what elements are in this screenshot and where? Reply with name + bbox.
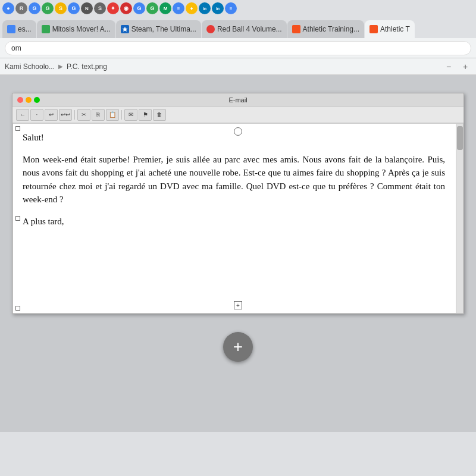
tab-athletic2[interactable]: Athletic T [365, 20, 415, 38]
toolbar-replyall[interactable]: ↩↩ [59, 109, 72, 121]
tab-favicon-steam [121, 25, 129, 33]
linkedin-icon-2[interactable]: in [212, 2, 224, 14]
plus-button[interactable]: + [459, 61, 471, 73]
email-scrollbar[interactable] [456, 124, 463, 313]
tab-redball[interactable]: Red Ball 4 Volume... [202, 20, 287, 38]
address-bar[interactable]: om [5, 41, 471, 55]
tab-es[interactable]: es... [2, 20, 36, 38]
linkedin-icon-1[interactable]: in [199, 2, 211, 14]
flag-icon[interactable]: ✦ [107, 2, 119, 14]
google-icon-4[interactable]: G [133, 2, 145, 14]
handle-top-left [15, 126, 20, 131]
handle-mid-left [15, 216, 20, 221]
toolbar-sep-1 [74, 110, 75, 120]
meet-icon[interactable]: M [159, 2, 171, 14]
breadcrumb-bar: Kami Schoolo... ▶ P.C. text.png − + [0, 58, 476, 75]
ideas-icon[interactable]: ♦ [186, 2, 198, 14]
email-title-bar: E-mail [12, 93, 464, 107]
address-text: om [11, 44, 21, 52]
breadcrumb-part2: P.C. text.png [67, 62, 107, 71]
tab-mitosis[interactable]: Mitosis Mover! A... [37, 20, 115, 38]
tab-athletic1[interactable]: Athletic Training... [287, 20, 364, 38]
ext-icon-1[interactable]: R [15, 2, 27, 14]
page-content: E-mail ← · ↩ ↩↩ ✂ ⎘ 📋 ✉ ⚑ 🗑 + [0, 75, 476, 432]
email-toolbar: ← · ↩ ↩↩ ✂ ⎘ 📋 ✉ ⚑ 🗑 [12, 107, 464, 123]
tab-favicon-mitosis [42, 25, 50, 33]
fab-button[interactable]: + [223, 332, 253, 362]
toolbar-delete[interactable]: 🗑 [153, 109, 166, 121]
tab-label-steam: Steam, The Ultima... [131, 25, 196, 33]
google-icon-3[interactable]: G [68, 2, 80, 14]
google-icon-1[interactable]: G [29, 2, 40, 14]
bottom-center-handle: + [234, 301, 242, 309]
tab-label-redball: Red Ball 4 Volume... [217, 25, 282, 33]
toolbar-back[interactable]: ← [16, 109, 29, 121]
tab-label-athletic2: Athletic T [380, 25, 410, 33]
email-body-paragraph: Mon week-end était superbe! Premier, je … [23, 153, 445, 206]
toolbar-copy[interactable]: ⎘ [92, 109, 105, 121]
tab-steam[interactable]: Steam, The Ultima... [116, 20, 201, 38]
breadcrumb-part1[interactable]: Kami Schoolo... [5, 62, 55, 71]
icon-bar: ● R G G S G N S ✦ ◉ G G M ≡ ♦ in in ≡ [0, 0, 476, 17]
tab-favicon-athletic2 [369, 25, 378, 33]
ball-icon[interactable]: ◉ [120, 2, 132, 14]
breadcrumb-separator: ▶ [58, 63, 63, 70]
sheets-icon[interactable]: S [55, 2, 67, 14]
tab-favicon-es [7, 25, 15, 33]
google-icon-5[interactable]: G [146, 2, 158, 14]
email-text-content: Salut! Mon week-end était superbe! Premi… [23, 131, 453, 228]
tab-favicon-athletic1 [292, 25, 300, 33]
email-title: E-mail [228, 96, 247, 104]
toolbar-sep-2 [121, 110, 122, 120]
toolbar-cut[interactable]: ✂ [77, 109, 90, 121]
minus-button[interactable]: − [443, 61, 455, 73]
tab-label-mitosis: Mitosis Mover! A... [52, 25, 111, 33]
maximize-button[interactable] [34, 97, 40, 103]
docs-icon-2[interactable]: ≡ [225, 2, 237, 14]
address-bar-row: om [0, 38, 476, 58]
docs-icon[interactable]: ≡ [173, 2, 184, 14]
toolbar-forward[interactable]: · [30, 109, 43, 121]
tab-favicon-redball [206, 25, 215, 33]
email-document: E-mail ← · ↩ ↩↩ ✂ ⎘ 📋 ✉ ⚑ 🗑 + [12, 93, 464, 314]
toolbar-paste[interactable]: 📋 [106, 109, 119, 121]
handle-bottom-left [15, 306, 20, 311]
email-body: + Salut! Mon week-end était superbe! Pre… [12, 123, 464, 314]
scrollbar-thumb[interactable] [457, 126, 463, 150]
toolbar-compose[interactable]: ✉ [124, 109, 137, 121]
google-icon-2[interactable]: G [42, 2, 54, 14]
tab-label-es: es... [18, 25, 32, 33]
news-icon[interactable]: N [81, 2, 93, 14]
toolbar-reply[interactable]: ↩ [45, 109, 58, 121]
minimize-button[interactable] [26, 97, 32, 103]
close-button[interactable] [17, 97, 23, 103]
s-icon[interactable]: S [94, 2, 106, 14]
email-closing: A plus tard, [23, 215, 445, 228]
tab-strip: es... Mitosis Mover! A... Steam, The Ult… [0, 17, 476, 38]
toolbar-flag[interactable]: ⚑ [139, 109, 152, 121]
tab-label-athletic1: Athletic Training... [303, 25, 359, 33]
top-center-handle [234, 127, 242, 136]
chrome-icon[interactable]: ● [2, 2, 14, 14]
window-controls [17, 97, 40, 103]
